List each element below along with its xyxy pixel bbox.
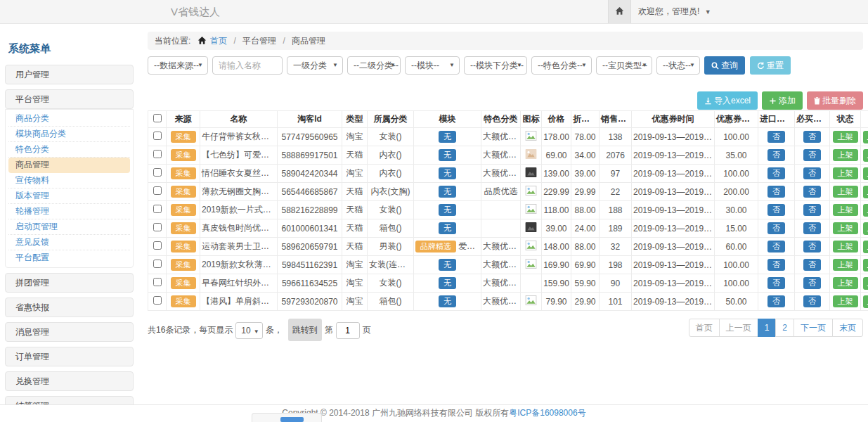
- must-buy-badge[interactable]: 否: [803, 167, 821, 179]
- row-checkbox[interactable]: [153, 223, 162, 231]
- reset-button[interactable]: 重置: [750, 56, 791, 75]
- sidebar-item-8[interactable]: 意见反馈: [8, 235, 130, 250]
- cell-discount-price: 29.90: [571, 293, 600, 311]
- sidebar-item-0[interactable]: 商品分类: [8, 111, 130, 127]
- sidebar-group-4[interactable]: 消息管理: [5, 322, 134, 342]
- must-buy-badge[interactable]: 否: [803, 295, 821, 307]
- sidebar-item-3[interactable]: 商品管理: [8, 158, 130, 173]
- level2-category-select[interactable]: --二级分类--▼: [347, 56, 401, 75]
- page-button-下一页[interactable]: 下一页: [793, 319, 833, 337]
- cell-status: 上架: [830, 183, 861, 201]
- module-subcategory-select[interactable]: --模块下分类--▼: [464, 56, 527, 75]
- data-source-select[interactable]: --数据来源--▼: [148, 56, 208, 75]
- breadcrumb-home-link[interactable]: 首页: [210, 36, 227, 46]
- row-checkbox[interactable]: [153, 205, 162, 213]
- status-badge[interactable]: 上架: [833, 131, 858, 143]
- feature-category-select[interactable]: --特色分类--▼: [531, 56, 592, 75]
- must-buy-badge[interactable]: 否: [803, 204, 821, 216]
- row-checkbox[interactable]: [153, 260, 162, 268]
- status-badge[interactable]: 上架: [833, 149, 858, 161]
- must-buy-badge[interactable]: 否: [803, 149, 821, 161]
- import-select-badge[interactable]: 否: [767, 204, 785, 216]
- status-badge[interactable]: 上架: [833, 241, 858, 252]
- select-all-checkbox[interactable]: [153, 114, 162, 122]
- edit-button[interactable]: [863, 167, 868, 180]
- import-select-badge[interactable]: 否: [767, 295, 785, 307]
- item-type-select[interactable]: --宝贝类型--▼: [596, 56, 652, 75]
- page-button-2[interactable]: 2: [775, 319, 794, 337]
- edit-button[interactable]: [863, 131, 868, 143]
- page-button-首页[interactable]: 首页: [689, 319, 720, 337]
- sidebar-item-6[interactable]: 轮播管理: [8, 204, 130, 219]
- page-button-上一页[interactable]: 上一页: [719, 319, 758, 337]
- status-badge[interactable]: 上架: [833, 186, 858, 198]
- import-select-badge[interactable]: 否: [767, 186, 785, 198]
- query-button[interactable]: 查询: [704, 56, 745, 75]
- row-checkbox[interactable]: [153, 150, 162, 158]
- add-button[interactable]: 添加: [762, 91, 803, 110]
- status-badge[interactable]: 上架: [833, 167, 858, 179]
- status-badge[interactable]: 上架: [833, 295, 858, 307]
- home-button[interactable]: [608, 0, 631, 23]
- import-select-badge[interactable]: 否: [767, 222, 785, 234]
- page-button-1[interactable]: 1: [758, 319, 777, 337]
- row-checkbox[interactable]: [153, 168, 162, 177]
- module-select[interactable]: --模块--▼: [405, 56, 460, 75]
- edit-button[interactable]: [863, 277, 868, 290]
- must-buy-badge[interactable]: 否: [803, 186, 821, 198]
- cell-actions: [861, 201, 868, 219]
- edit-button[interactable]: [863, 295, 868, 308]
- sidebar-item-9[interactable]: 平台配置: [8, 250, 130, 266]
- row-checkbox[interactable]: [153, 186, 162, 195]
- sidebar-group-3[interactable]: 省惠快报: [5, 298, 134, 317]
- status-badge[interactable]: 上架: [833, 259, 858, 271]
- row-checkbox[interactable]: [153, 241, 162, 250]
- level1-category-select[interactable]: 一级分类▼: [287, 56, 343, 75]
- must-buy-badge[interactable]: 否: [803, 222, 821, 234]
- import-select-badge[interactable]: 否: [767, 167, 785, 179]
- edit-button[interactable]: [863, 149, 868, 162]
- page-button-末页[interactable]: 末页: [832, 319, 863, 337]
- edit-button[interactable]: [863, 222, 868, 235]
- sidebar-item-1[interactable]: 模块商品分类: [8, 127, 130, 142]
- status-badge[interactable]: 上架: [833, 222, 858, 234]
- must-buy-badge[interactable]: 否: [803, 241, 821, 252]
- status-select[interactable]: --状态--▼: [656, 56, 700, 75]
- edit-button[interactable]: [863, 241, 868, 253]
- import-select-badge[interactable]: 否: [767, 149, 785, 161]
- must-buy-badge[interactable]: 否: [803, 131, 821, 143]
- sidebar-item-7[interactable]: 启动页管理: [8, 219, 130, 235]
- icp-link[interactable]: 粤ICP备16098006号: [509, 408, 585, 418]
- edit-button[interactable]: [863, 259, 868, 271]
- must-buy-badge[interactable]: 否: [803, 259, 821, 271]
- row-checkbox[interactable]: [153, 132, 162, 140]
- sidebar-group-2[interactable]: 拼团管理: [5, 273, 134, 293]
- import-select-badge[interactable]: 否: [767, 241, 785, 252]
- row-checkbox[interactable]: [153, 296, 162, 305]
- edit-button[interactable]: [863, 204, 868, 217]
- must-buy-badge[interactable]: 否: [803, 277, 821, 289]
- status-badge[interactable]: 上架: [833, 204, 858, 216]
- sidebar-item-2[interactable]: 特色分类: [8, 142, 130, 158]
- sidebar-group-6[interactable]: 兑换管理: [5, 371, 134, 391]
- cell-category: 男装(): [368, 238, 414, 256]
- row-checkbox[interactable]: [153, 278, 162, 286]
- import-excel-button[interactable]: 导入excel: [697, 91, 758, 110]
- sidebar-group-0[interactable]: 用户管理: [5, 65, 134, 84]
- sidebar-group-1[interactable]: 平台管理: [5, 89, 134, 109]
- edit-button[interactable]: [863, 186, 868, 198]
- name-search-input[interactable]: [212, 56, 283, 75]
- import-select-badge[interactable]: 否: [767, 277, 785, 289]
- item-type-select-value: --宝贝类型--: [602, 57, 647, 74]
- page-input[interactable]: [336, 322, 360, 339]
- per-page-select[interactable]: 10▼: [235, 322, 262, 339]
- sidebar-item-5[interactable]: 版本管理: [8, 188, 130, 204]
- import-select-badge[interactable]: 否: [767, 259, 785, 271]
- sidebar-item-4[interactable]: 宣传物料: [8, 173, 130, 188]
- status-badge[interactable]: 上架: [833, 277, 858, 289]
- cell-taoke-id: 601000601341: [278, 219, 342, 238]
- import-select-badge[interactable]: 否: [767, 131, 785, 143]
- batch-delete-button[interactable]: 批量删除: [807, 91, 863, 110]
- sidebar-group-5[interactable]: 订单管理: [5, 347, 134, 366]
- user-menu[interactable]: 欢迎您，管理员! ▼: [638, 0, 711, 24]
